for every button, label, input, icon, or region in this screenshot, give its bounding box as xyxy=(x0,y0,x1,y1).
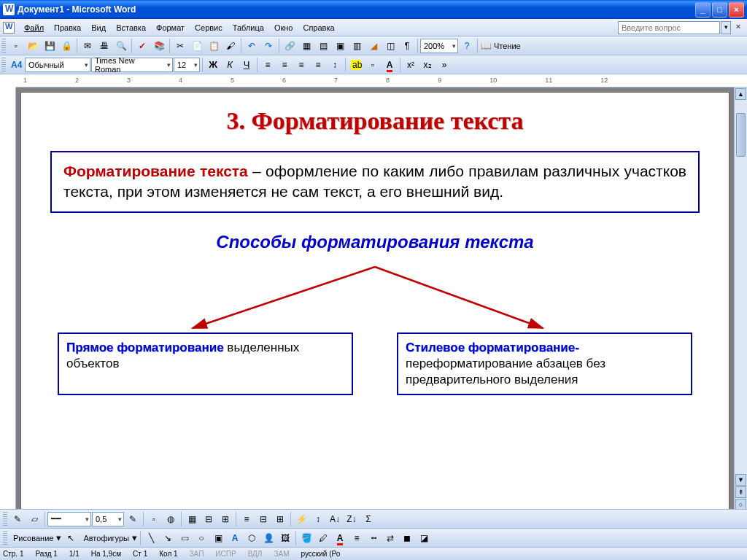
border-color-button[interactable]: ✎ xyxy=(125,511,141,527)
paste-button[interactable]: 📋 xyxy=(206,38,222,54)
more-button[interactable]: » xyxy=(436,57,452,73)
arrow-button[interactable]: ↘ xyxy=(160,530,176,546)
picture-button[interactable]: 🖼 xyxy=(277,530,293,546)
show-marks-button[interactable]: ¶ xyxy=(399,38,415,54)
menu-window[interactable]: Окно xyxy=(269,22,298,34)
document-area[interactable]: 3. Форматирование текста Форматирование … xyxy=(16,88,734,524)
definition-box[interactable]: Форматирование текста – оформление по ка… xyxy=(50,151,700,213)
bold-button[interactable]: Ж xyxy=(205,57,221,73)
style-dropdown[interactable]: Обычный xyxy=(25,58,90,72)
outside-border-button[interactable]: ▫ xyxy=(146,511,162,527)
email-button[interactable]: ✉ xyxy=(80,38,96,54)
scroll-thumb[interactable] xyxy=(736,113,746,157)
toolbar-grip[interactable] xyxy=(1,58,6,72)
superscript-button[interactable]: x² xyxy=(403,57,419,73)
select-objects-button[interactable]: ↖ xyxy=(63,530,79,546)
toolbar-grip[interactable] xyxy=(3,531,7,545)
permission-button[interactable]: 🔒 xyxy=(58,38,74,54)
align-center-button[interactable]: ≡ xyxy=(276,57,293,73)
menu-file[interactable]: Файл xyxy=(19,22,49,34)
border-button[interactable]: ▫ xyxy=(365,57,381,73)
menu-table[interactable]: Таблица xyxy=(228,22,269,34)
menu-view[interactable]: Вид xyxy=(86,22,111,34)
shading-color-button[interactable]: ◍ xyxy=(163,511,179,527)
horizontal-ruler[interactable]: 123 456 789 101112 xyxy=(16,74,747,88)
autoshapes-button[interactable]: Автофигуры ▾ xyxy=(80,530,138,546)
format-painter-button[interactable]: 🖌 xyxy=(222,38,239,54)
clipart-button[interactable]: 👤 xyxy=(260,530,276,546)
autosum-button[interactable]: Σ xyxy=(360,511,376,527)
insert-table-btn[interactable]: ▦ xyxy=(184,511,200,527)
rectangle-button[interactable]: ▭ xyxy=(177,530,193,546)
menu-help[interactable]: Справка xyxy=(298,22,339,34)
close-button[interactable]: × xyxy=(729,2,744,18)
toolbar-grip[interactable] xyxy=(3,512,7,526)
line-button[interactable]: ╲ xyxy=(143,530,159,546)
menu-tools[interactable]: Сервис xyxy=(190,22,228,34)
eraser-button[interactable]: ▱ xyxy=(26,511,42,527)
textbox-button[interactable]: ▣ xyxy=(210,530,226,546)
tables-borders-button[interactable]: ▦ xyxy=(298,38,314,54)
undo-button[interactable]: ↶ xyxy=(244,38,260,54)
preview-button[interactable]: 🔍 xyxy=(113,38,129,54)
scroll-up-button[interactable]: ▲ xyxy=(735,88,746,100)
distribute-rows-button[interactable]: ⊟ xyxy=(255,511,271,527)
merge-cells-button[interactable]: ⊟ xyxy=(201,511,217,527)
status-lang[interactable]: русский (Ро xyxy=(301,550,340,558)
hyperlink-button[interactable]: 🔗 xyxy=(282,38,298,54)
doc-heading[interactable]: 3. Форматирование текста xyxy=(43,107,707,135)
italic-button[interactable]: К xyxy=(222,57,238,73)
font-color-button[interactable]: A xyxy=(382,57,398,73)
fill-color-button[interactable]: 🪣 xyxy=(298,530,314,546)
menu-close-x[interactable]: × xyxy=(732,22,744,34)
word-icon[interactable] xyxy=(3,22,15,34)
research-button[interactable]: 📚 xyxy=(151,38,167,54)
menu-insert[interactable]: Вставка xyxy=(111,22,151,34)
arrow-style-button[interactable]: ⇄ xyxy=(382,530,398,546)
page[interactable]: 3. Форматирование текста Форматирование … xyxy=(20,92,729,524)
wordart-button[interactable]: A xyxy=(227,530,243,546)
sort-asc-button[interactable]: A↓ xyxy=(327,511,343,527)
line-weight-dropdown[interactable]: 0,5 xyxy=(92,512,124,526)
oval-button[interactable]: ○ xyxy=(193,530,209,546)
line-color-button[interactable]: 🖊 xyxy=(315,530,331,546)
draw-menu-button[interactable]: Рисование ▾ xyxy=(9,530,62,546)
line-style-dropdown[interactable]: ━━ xyxy=(47,512,91,526)
align-left-button[interactable]: ≡ xyxy=(260,57,276,73)
align-cell-button[interactable]: ≡ xyxy=(239,511,255,527)
print-button[interactable]: 🖶 xyxy=(96,38,112,54)
line-style-button[interactable]: ≡ xyxy=(349,530,365,546)
prev-page-button[interactable]: ⇞ xyxy=(735,486,746,498)
vertical-ruler[interactable] xyxy=(0,88,16,524)
minimize-button[interactable]: _ xyxy=(695,2,711,18)
vertical-scrollbar[interactable]: ▲ ▼ ⇞ ○ ⇟ xyxy=(734,88,747,524)
docmap-button[interactable]: ◫ xyxy=(382,38,398,54)
insert-table-button[interactable]: ▤ xyxy=(315,38,331,54)
status-ovr[interactable]: ЗАМ xyxy=(274,550,289,558)
fontsize-dropdown[interactable]: 12 xyxy=(174,58,200,72)
spellcheck-button[interactable]: ✓ xyxy=(134,38,150,54)
underline-button[interactable]: Ч xyxy=(239,57,255,73)
status-rec[interactable]: ЗАП xyxy=(190,550,204,558)
help-button[interactable]: ? xyxy=(459,38,475,54)
save-button[interactable]: 💾 xyxy=(42,38,58,54)
3d-button[interactable]: ◪ xyxy=(416,530,432,546)
align-right-button[interactable]: ≡ xyxy=(293,57,309,73)
menu-edit[interactable]: Правка xyxy=(49,22,86,34)
ask-question-input[interactable] xyxy=(618,21,720,34)
toolbar-grip[interactable] xyxy=(1,39,6,53)
maximize-button[interactable]: □ xyxy=(712,2,727,18)
redo-button[interactable]: ↷ xyxy=(260,38,276,54)
highlight-button[interactable]: ab xyxy=(348,57,364,73)
drawing-button[interactable]: ◢ xyxy=(365,38,382,54)
right-method-box[interactable]: Стилевое форматирование- переформатирова… xyxy=(397,332,692,395)
ask-dropdown[interactable]: ▾ xyxy=(721,21,731,34)
font-color-button-2[interactable]: A xyxy=(332,530,348,546)
styles-pane-button[interactable]: A4 xyxy=(8,57,24,73)
zoom-dropdown[interactable]: 200% xyxy=(420,39,458,53)
text-direction-button[interactable]: ↕ xyxy=(310,511,326,527)
status-ext[interactable]: ВДЛ xyxy=(248,550,263,558)
cut-button[interactable]: ✂ xyxy=(172,38,188,54)
diagram-button[interactable]: ⬡ xyxy=(244,530,260,546)
justify-button[interactable]: ≡ xyxy=(310,57,326,73)
